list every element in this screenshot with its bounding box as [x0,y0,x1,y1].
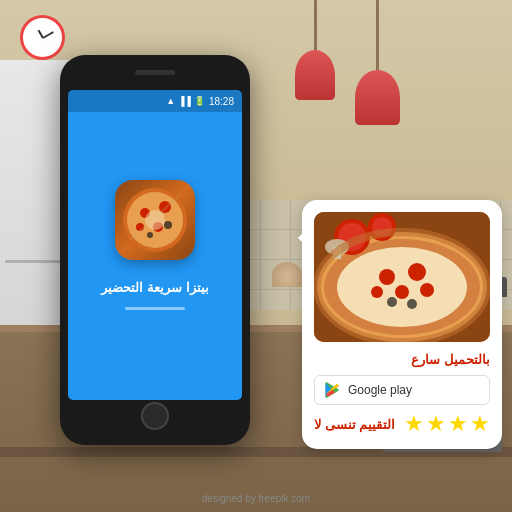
phone-device: ▲ ▐▐ 🔋 18:28 [60,55,250,445]
download-row: بالتحميل سارع [314,352,490,367]
svg-point-17 [371,286,383,298]
mushroom [272,262,302,287]
star-2: ★ [448,411,468,437]
svg-point-14 [379,269,395,285]
status-bar: ▲ ▐▐ 🔋 18:28 [68,90,242,112]
svg-point-15 [408,263,426,281]
status-icons: ▲ ▐▐ 🔋 [166,96,205,106]
phone-screen: ▲ ▐▐ 🔋 18:28 [68,90,242,400]
rating-label: التقييم تنسى لا [314,417,395,432]
google-play-icon [323,380,343,400]
svg-point-9 [145,210,165,230]
battery-icon: 🔋 [194,96,205,106]
star-3: ★ [426,411,446,437]
svg-point-20 [407,299,417,309]
app-icon-image [115,180,195,260]
info-bubble: بالتحميل سارع Google play ★ ★ ★ ★ التقيي… [302,200,502,449]
wifi-icon: ▲ [166,96,175,106]
phone-speaker [135,70,175,75]
star-rating: ★ ★ ★ ★ [404,411,490,437]
pendant-light-2 [355,0,400,125]
svg-point-18 [420,283,434,297]
status-time: 18:28 [209,96,234,107]
star-4: ★ [404,411,424,437]
svg-point-7 [147,232,153,238]
google-play-button[interactable]: Google play [314,375,490,405]
clock-minute-hand [42,31,53,39]
pizza-preview-image [314,212,490,342]
svg-point-16 [395,285,409,299]
svg-point-19 [387,297,397,307]
wall-clock [20,15,65,60]
footer: designed by freepik.com [0,493,512,504]
svg-point-6 [164,221,172,229]
star-1: ★ [470,411,490,437]
signal-icon: ▐▐ [178,96,191,106]
app-name-label: بيتزا سريعة التحضير [101,280,208,295]
clock-face [28,23,58,53]
google-play-label: Google play [348,383,412,397]
download-label: بالتحميل سارع [411,352,490,367]
app-icon[interactable] [115,180,195,260]
app-loading-bar [125,307,185,310]
pendant-light-1 [295,0,335,100]
phone-home-button[interactable] [141,402,169,430]
rating-row: ★ ★ ★ ★ التقييم تنسى لا [314,411,490,437]
footer-text: designed by freepik.com [202,493,310,504]
